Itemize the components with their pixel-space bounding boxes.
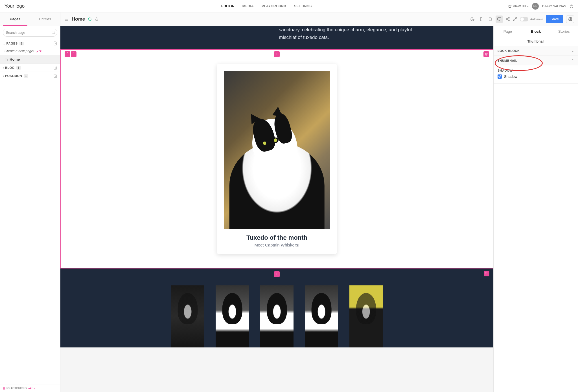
nav-settings[interactable]: SETTINGS [294,4,312,8]
left-sidebar: ⌄ PAGES 1 Create a new page! Home › BLOG… [0,26,60,392]
nav-playground[interactable]: PLAYGROUND [262,4,286,8]
tree-section-label: BLOG [5,66,15,69]
gallery-image[interactable] [349,285,383,347]
shadow-checkbox[interactable] [498,74,502,79]
settings-gear-icon[interactable] [566,15,574,23]
footer-brand: ▦ REACTBRICKS v4.0.7 [0,384,60,392]
nav-media[interactable]: MEDIA [242,4,254,8]
nav-editor[interactable]: EDITOR [221,4,235,8]
thumbnail-block[interactable]: ˄ ˅ + Tuxed [60,49,493,268]
move-down-icon[interactable]: ˅ [71,51,76,57]
field-group-label: SHADOW [498,69,574,72]
tab-block[interactable]: Block [522,26,550,37]
svg-line-15 [507,18,509,19]
hint-text: Create a new page! [5,49,34,53]
device-desktop-icon[interactable] [496,16,503,23]
svg-line-14 [507,19,509,20]
add-block-icon[interactable]: + [274,51,280,57]
page-title: Home [72,16,85,22]
block-type-label: Thumbnail [494,37,578,46]
power-icon[interactable] [570,4,573,8]
section-thumbnail[interactable]: THUMBNAIL ⌃ [494,56,578,65]
page-icon [5,58,8,61]
gallery-image[interactable] [216,285,249,347]
hero-text: sanctuary, celebrating the unique charm,… [279,26,426,41]
svg-point-5 [88,17,91,21]
tree-count: 1 [24,74,28,78]
autosave-toggle[interactable] [520,17,528,21]
tab-pages[interactable]: Pages [0,12,30,26]
logo: Your logo [5,3,25,9]
tree-section-label: PAGES [6,42,18,45]
svg-point-13 [509,20,510,21]
shadow-checkbox-row[interactable]: Shadow [498,74,574,79]
move-up-icon[interactable]: ˄ [65,51,70,57]
chevron-up-icon: ⌃ [571,59,574,63]
svg-point-11 [509,17,510,18]
autosave-label: Autosave [530,17,543,21]
version: v4.0.7 [28,387,36,390]
section-lock-block[interactable]: LOCK BLOCK ⌄ [494,46,578,56]
chevron-right-icon: › [3,74,4,78]
view-site-label: VIEW SITE [513,5,529,8]
theme-toggle-icon[interactable] [470,17,475,21]
chevron-down-icon: ⌄ [3,42,5,45]
section-label: LOCK BLOCK [498,49,520,52]
svg-line-20 [54,33,54,34]
svg-point-19 [52,31,54,34]
tab-entities[interactable]: Entities [30,12,60,26]
search-input[interactable] [3,29,57,37]
device-mobile-icon[interactable] [478,16,485,23]
svg-rect-7 [481,17,482,21]
duplicate-block-icon[interactable] [484,271,489,276]
sidebar-item-home[interactable]: Home [0,55,60,63]
svg-line-0 [510,5,511,6]
add-page-icon[interactable] [53,66,57,70]
shadow-label: Shadow [504,74,517,79]
fullscreen-icon[interactable] [513,17,517,21]
add-block-icon[interactable]: + [274,271,280,277]
card-title[interactable]: Tuxedo of the month [222,234,331,241]
tree-section-pokemon[interactable]: › POKEMON 1 [0,72,60,80]
share-icon[interactable] [506,17,510,21]
brand-icon: ▦ [3,387,5,390]
arrow-icon [36,49,43,53]
tree-section-blog[interactable]: › BLOG 1 [0,63,60,72]
avatar[interactable]: DS [532,3,539,10]
add-page-icon[interactable] [53,74,57,78]
view-site-link[interactable]: VIEW SITE [508,5,529,8]
chevron-down-icon: ⌄ [571,49,574,53]
tree-count: 1 [16,66,21,70]
chevron-right-icon: › [3,66,4,69]
svg-rect-27 [486,273,488,275]
published-icon [88,17,92,21]
gallery-image[interactable] [305,285,338,347]
create-page-hint: Create a new page! [0,47,60,55]
hamburger-icon[interactable] [64,17,69,21]
gallery-image[interactable] [260,285,294,347]
svg-point-12 [506,19,507,20]
card-subtitle[interactable]: Meet Captain Whiskers! [222,243,331,247]
tab-stories[interactable]: Stories [550,26,578,37]
gallery-image[interactable] [171,285,204,347]
svg-point-18 [570,19,571,20]
tab-page[interactable]: Page [494,26,522,37]
add-page-icon[interactable] [53,41,57,45]
gallery-block[interactable]: + [60,268,493,347]
right-sidebar: Page Block Stories Thumbnail LOCK BLOCK … [493,26,578,392]
svg-line-17 [513,19,514,21]
thumbnail-card[interactable]: Tuxedo of the month Meet Captain Whisker… [217,64,337,254]
svg-rect-9 [498,17,501,20]
search-icon [51,30,55,34]
tree-section-label: POKEMON [5,74,22,78]
device-tablet-icon[interactable] [487,16,494,23]
save-button[interactable]: Save [546,15,563,23]
hero-block[interactable]: sanctuary, celebrating the unique charm,… [60,26,493,50]
tree-section-pages[interactable]: ⌄ PAGES 1 [0,39,60,47]
svg-rect-8 [489,17,491,21]
delete-block-icon[interactable] [483,51,489,57]
lock-open-icon [95,17,98,21]
card-image[interactable] [224,71,330,229]
sidebar-item-label: Home [10,57,20,61]
canvas[interactable]: sanctuary, celebrating the unique charm,… [60,26,493,392]
